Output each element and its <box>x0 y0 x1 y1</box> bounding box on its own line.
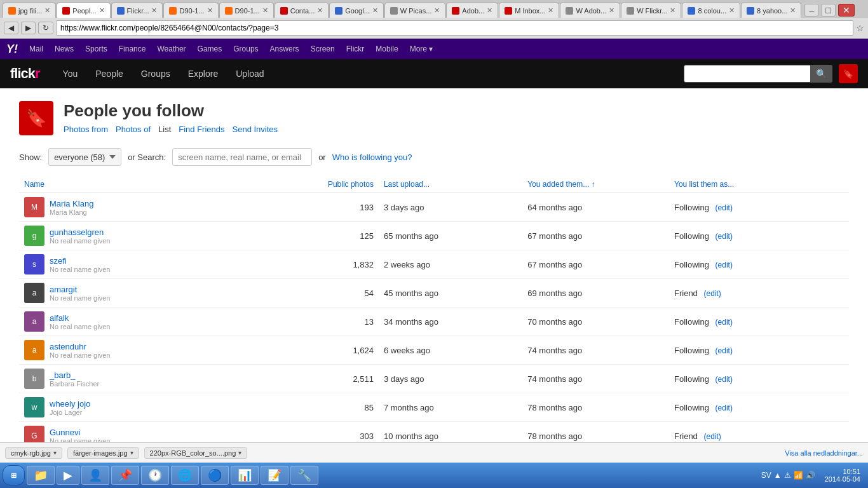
contact-photos-6[interactable]: 2,511 <box>259 365 379 393</box>
close-tab-google[interactable]: ✕ <box>370 6 378 15</box>
maximize-btn[interactable]: □ <box>821 4 835 17</box>
tab-d90-1[interactable]: D90-1... ✕ <box>163 3 218 18</box>
taskbar-icon-word[interactable]: 📝 <box>261 466 288 485</box>
tab-adobe[interactable]: Adob... ✕ <box>446 3 498 18</box>
address-input[interactable] <box>56 20 853 36</box>
tab-people[interactable]: Peopl... ✕ <box>57 3 110 18</box>
dl-item-1[interactable]: färger-images.jpg ▾ <box>67 447 139 459</box>
tab-yahoo[interactable]: 8 yahoo... ✕ <box>741 3 801 18</box>
taskbar-icon-explorer[interactable]: 📁 <box>27 466 55 485</box>
yahoo-nav-games[interactable]: Games <box>193 42 227 56</box>
taskbar-icon-chrome[interactable]: 🔵 <box>201 466 229 485</box>
arrow-icon[interactable]: ▲ <box>774 471 782 480</box>
tab-conta[interactable]: Conta... ✕ <box>275 3 329 18</box>
contact-username-0[interactable]: Maria Klang <box>50 199 93 208</box>
nav-people[interactable]: People <box>88 65 131 83</box>
bookmark-button[interactable]: ☆ <box>856 23 864 33</box>
tab-picasa[interactable]: W Picas... ✕ <box>384 3 446 18</box>
col-name[interactable]: Name <box>19 176 259 193</box>
yahoo-nav-answers[interactable]: Answers <box>265 42 304 56</box>
flickr-search-input[interactable] <box>684 65 811 83</box>
edit-link-6[interactable]: (edit) <box>715 375 733 384</box>
link-send-invites[interactable]: Send Invites <box>233 125 278 134</box>
yahoo-nav-groups[interactable]: Groups <box>228 42 263 56</box>
contact-photos-7[interactable]: 85 <box>259 393 379 422</box>
link-list[interactable]: List <box>158 125 171 134</box>
tab-jpg[interactable]: jpg fili... ✕ <box>3 3 56 18</box>
nav-upload[interactable]: Upload <box>228 65 271 83</box>
taskbar-icon-media[interactable]: ▶ <box>57 466 79 485</box>
edit-link-1[interactable]: (edit) <box>715 232 733 241</box>
edit-link-5[interactable]: (edit) <box>715 346 733 355</box>
taskbar-icon-pin[interactable]: 📌 <box>111 466 139 485</box>
flickr-search-button[interactable]: 🔍 <box>811 65 832 83</box>
tab-flickr2[interactable]: W Flickr... ✕ <box>621 3 681 18</box>
edit-link-3[interactable]: (edit) <box>703 289 721 298</box>
who-following-link[interactable]: Who is following you? <box>332 152 412 162</box>
tab-adobe2[interactable]: W Adob... ✕ <box>560 3 620 18</box>
start-button[interactable]: ⊞ <box>3 465 25 485</box>
dl-arrow-0[interactable]: ▾ <box>53 449 57 456</box>
col-last-upload[interactable]: Last upload... <box>379 176 522 193</box>
contact-username-5[interactable]: astenduhr <box>50 342 110 351</box>
close-tab-adobe2[interactable]: ✕ <box>606 6 614 15</box>
close-tab-flickr2[interactable]: ✕ <box>667 6 675 15</box>
nav-explore[interactable]: Explore <box>180 65 226 83</box>
yahoo-nav-mobile[interactable]: Mobile <box>370 42 403 56</box>
close-tab-jpg[interactable]: ✕ <box>42 6 50 15</box>
link-photos-of[interactable]: Photos of <box>116 125 151 134</box>
taskbar-icon-ie[interactable]: 🌐 <box>171 466 199 485</box>
close-tab-yahoo[interactable]: ✕ <box>787 6 796 15</box>
minimize-btn[interactable]: – <box>804 4 818 17</box>
yahoo-nav-sports[interactable]: Sports <box>80 42 112 56</box>
close-tab-people[interactable]: ✕ <box>97 6 105 15</box>
dl-arrow-1[interactable]: ▾ <box>130 449 133 456</box>
contact-username-2[interactable]: szefi <box>50 256 110 266</box>
taskbar-icon-clock[interactable]: 🕐 <box>141 466 169 485</box>
dl-arrow-2[interactable]: ▾ <box>238 449 241 456</box>
edit-link-0[interactable]: (edit) <box>715 203 733 212</box>
nav-groups[interactable]: Groups <box>133 65 178 83</box>
tab-flickr[interactable]: Flickr... ✕ <box>111 3 163 18</box>
back-button[interactable]: ◀ <box>4 22 18 34</box>
tab-d90-2[interactable]: D90-1... ✕ <box>219 3 274 18</box>
close-tab-adobe[interactable]: ✕ <box>484 6 492 15</box>
close-tab-gmail[interactable]: ✕ <box>545 6 553 15</box>
yahoo-nav-flickr[interactable]: Flickr <box>341 42 370 56</box>
contact-photos-4[interactable]: 13 <box>259 308 379 336</box>
close-tab-d90-2[interactable]: ✕ <box>260 6 268 15</box>
nav-you[interactable]: You <box>55 65 86 83</box>
contact-username-7[interactable]: wheely jojo <box>50 399 90 409</box>
close-btn[interactable]: ✕ <box>838 4 855 17</box>
taskbar-icon-ppt[interactable]: 📊 <box>231 466 259 485</box>
contact-username-3[interactable]: amargit <box>50 285 110 294</box>
link-find-friends[interactable]: Find Friends <box>179 125 224 134</box>
contact-photos-0[interactable]: 193 <box>259 193 379 222</box>
contact-username-8[interactable]: Gunnevi <box>50 428 110 437</box>
dl-item-2[interactable]: 220px-RGB_color_so....png ▾ <box>144 447 248 459</box>
contact-username-6[interactable]: _barb_ <box>50 370 99 380</box>
edit-link-7[interactable]: (edit) <box>715 403 733 412</box>
close-tab-conta[interactable]: ✕ <box>315 6 323 15</box>
col-list-as[interactable]: You list them as... <box>669 176 849 193</box>
forward-button[interactable]: ▶ <box>21 22 36 34</box>
yahoo-nav-news[interactable]: News <box>50 42 79 56</box>
yahoo-nav-more[interactable]: More ▾ <box>405 42 438 56</box>
close-tab-picasa[interactable]: ✕ <box>431 6 440 15</box>
show-all-downloads[interactable]: Visa alla nedladdningar... <box>785 449 863 457</box>
dl-item-0[interactable]: cmyk-rgb.jpg ▾ <box>5 447 62 459</box>
edit-link-8[interactable]: (edit) <box>703 432 721 441</box>
close-tab-flickr[interactable]: ✕ <box>149 6 157 15</box>
yahoo-nav-mail[interactable]: Mail <box>24 42 48 56</box>
col-you-added[interactable]: You added them... ↑ <box>522 176 669 193</box>
contact-photos-3[interactable]: 54 <box>259 279 379 308</box>
yahoo-nav-screen[interactable]: Screen <box>306 42 340 56</box>
taskbar-icon-user[interactable]: 👤 <box>81 466 109 485</box>
close-tab-colour[interactable]: ✕ <box>726 6 735 15</box>
contact-photos-1[interactable]: 125 <box>259 222 379 250</box>
show-select[interactable]: everyone (58) <box>48 148 121 166</box>
close-tab-d90-1[interactable]: ✕ <box>205 6 213 15</box>
tab-google[interactable]: Googl... ✕ <box>329 3 384 18</box>
contact-username-4[interactable]: alfalk <box>50 313 110 323</box>
taskbar-icon-other[interactable]: 🔧 <box>290 466 318 485</box>
